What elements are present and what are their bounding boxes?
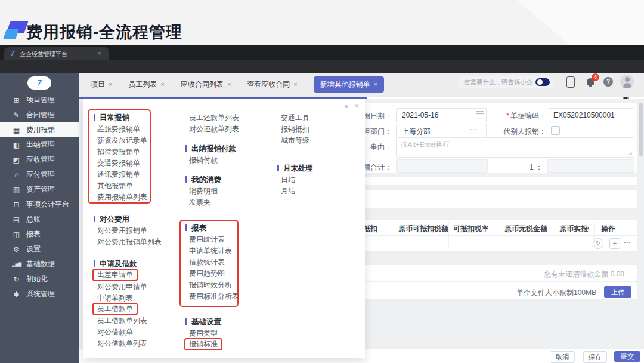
sidebar-item-payable[interactable]: ⌂应付管理 [0, 167, 79, 182]
submit-button[interactable]: 提交 [614, 351, 640, 362]
proxy-checkbox[interactable] [551, 126, 560, 135]
sidebar-item-cashier[interactable]: ◧出纳管理 [0, 137, 79, 152]
menu-close-icon[interactable]: × [354, 101, 359, 110]
device-icon[interactable] [566, 76, 575, 88]
menu-item[interactable]: 费用统计表 [185, 234, 273, 245]
menu-item[interactable]: 招待费报销单 [94, 146, 181, 158]
menu-item[interactable]: 报销抵扣 [277, 124, 358, 135]
user-avatar[interactable] [620, 75, 634, 88]
menu-section-my-consumption: 我的消费 消费明细 发票夹 [185, 174, 273, 208]
sidebar-item-projects[interactable]: ⊞项目管理 [0, 93, 79, 107]
menu-section-cashier-payment: 出纳报销付款 报销付款 [185, 143, 273, 166]
accounting-icon: ⊡ [12, 201, 21, 209]
menu-item[interactable]: 消费明细 [185, 186, 273, 197]
sidebar-item-system[interactable]: ✱系统管理 [0, 287, 79, 302]
menu-column-1: 日常报销 差旅费报销单 薪资发放记录单 招待费报销单 交通费报销单 通讯费报销单… [94, 112, 181, 349]
loan-notice-text: 您有未还清借款金额 0.00 [535, 269, 624, 279]
col-deductible-tax: 原币可抵扣税额 [398, 224, 448, 234]
menu-item[interactable]: 差旅费报销单 [94, 124, 181, 135]
sidebar-item-settings[interactable]: ⚙设置 [0, 242, 79, 257]
assistant-toggle[interactable] [535, 78, 550, 86]
menu-item[interactable]: 费用标准分析表 [185, 291, 273, 302]
menu-item[interactable]: 借款统计表 [185, 257, 273, 268]
menu-item[interactable]: 其他报销单 [94, 180, 181, 192]
contracts-icon: ✎ [12, 111, 21, 119]
sidebar-item-contracts[interactable]: ✎合同管理 [0, 107, 79, 122]
menu-item[interactable]: 员工借款单 [94, 304, 181, 315]
menu-item[interactable]: 薪资发放记录单 [94, 135, 181, 146]
menu-item[interactable]: 月结 [277, 186, 358, 197]
sidebar-item-basic-data[interactable]: ▂▅▇基础数据 [0, 257, 79, 272]
row-add-icon[interactable]: + [609, 238, 620, 249]
menu-item[interactable]: 报销时效分析 [185, 279, 273, 291]
app-tab-employee-list[interactable]: 员工列表× [128, 79, 164, 90]
menu-item[interactable]: 对公借款单列表 [94, 338, 181, 349]
col-actual-amount: 原币实报销 [559, 224, 589, 234]
menu-item[interactable]: 对公费用报销单列表 [94, 236, 181, 248]
assets-icon: ▥ [12, 186, 21, 194]
annotated-item[interactable]: 出差申请单 [92, 269, 138, 281]
menu-item[interactable]: 对公费用报销单 [94, 225, 181, 236]
row-refresh-icon[interactable]: ↻ [593, 238, 603, 249]
app-tab-projects[interactable]: 项目× [91, 79, 112, 90]
app-tab-new-reimburse[interactable]: 新增其他报销单× [314, 76, 384, 93]
col-actions: 操作 [601, 224, 615, 234]
sidebar-item-assets[interactable]: ▥资产管理 [0, 182, 79, 197]
dept-more-icon[interactable]: ··· [470, 125, 476, 133]
menu-item[interactable]: 城市等级 [277, 135, 358, 146]
menu-item[interactable]: 费用报销单列表 [94, 192, 181, 203]
save-button[interactable]: 保存 [583, 351, 607, 363]
sidebar-item-init[interactable]: ↻初始化 [0, 272, 79, 287]
menu-item[interactable]: 报销标准 [185, 339, 273, 350]
browser-tab-close-icon[interactable]: × [98, 50, 101, 57]
sidebar-item-accounting[interactable]: ⊡事项会计平台 [0, 197, 79, 212]
close-icon[interactable]: × [160, 81, 164, 88]
sidebar-item-label: 资产管理 [26, 184, 55, 195]
menu-item[interactable]: 对公还款单列表 [185, 124, 273, 135]
close-icon[interactable]: × [374, 81, 377, 88]
help-icon[interactable]: ? [603, 77, 613, 87]
menu-item[interactable]: 申请单统计表 [185, 245, 273, 257]
sidebar-item-label: 系统管理 [26, 289, 55, 299]
sidebar-item-receivable[interactable]: ◩应收管理 [0, 152, 79, 167]
upload-button[interactable]: 上传 [604, 286, 631, 298]
menu-item[interactable]: 通讯费报销单 [94, 169, 181, 180]
slide-title: 费用报销-全流程管理 [26, 21, 182, 43]
browser-toolbar: ← → ↻ app.77hub.com/cn-north-4/app?code=… [0, 60, 644, 73]
close-icon[interactable]: × [227, 81, 231, 88]
menu-item[interactable]: 员工还款单列表 [185, 112, 273, 124]
receivable-icon: ◩ [12, 156, 21, 164]
date-value: 2021-05-16 [402, 111, 438, 119]
menu-item[interactable]: 对公费用申请单 [94, 281, 181, 293]
menu-item[interactable]: 员工借款单列表 [94, 315, 181, 327]
cancel-button[interactable]: 取消 [550, 351, 575, 363]
menu-pin-icon[interactable]: ≡ [345, 103, 348, 110]
calendar-icon[interactable] [476, 111, 484, 119]
scrollbar-thumb[interactable] [639, 103, 643, 156]
close-icon[interactable]: × [293, 81, 297, 88]
annotated-item[interactable]: 报销标准 [184, 338, 222, 350]
app-tab-receivable-contracts[interactable]: 应收合同列表× [181, 79, 231, 90]
menu-column-2: 员工还款单列表 对公还款单列表 出纳报销付款 报销付款 我的消费 消费明细 发票… [185, 112, 273, 350]
annotated-item[interactable]: 员工借款单 [92, 303, 138, 315]
menu-item[interactable]: 出差申请单 [94, 270, 181, 281]
sidebar-item-label: 费用报销 [26, 125, 55, 135]
menu-item[interactable]: 报销付款 [185, 155, 273, 166]
sidebar-item-expense[interactable]: ▦费用报销 [0, 122, 79, 137]
sidebar-item-ledger[interactable]: ▤总账 [0, 212, 79, 227]
menu-item[interactable]: 交通工具 [277, 112, 358, 124]
app-tab-view-contract[interactable]: 查看应收合同× [247, 79, 297, 90]
close-icon[interactable]: × [109, 81, 112, 88]
ratio-label: 1 ： [513, 162, 543, 173]
app-logo[interactable]: 7 [27, 76, 51, 90]
sidebar-item-reports[interactable]: ◫报表 [0, 227, 79, 242]
workspace-tabs: 项目× 员工列表× 应收合同列表× 查看应收合同× 新增其他报销单× [91, 76, 384, 92]
menu-item[interactable]: 对公借款单 [94, 327, 181, 338]
menu-item[interactable]: 交通费报销单 [94, 158, 181, 169]
resize-handle-icon[interactable]: ◢ [628, 151, 631, 156]
row-more-icon[interactable]: ··· [624, 238, 631, 247]
menu-item[interactable]: 费用趋势图 [185, 268, 273, 279]
menu-item[interactable]: 日结 [277, 174, 358, 186]
menu-item[interactable]: 发票夹 [185, 197, 273, 208]
browser-tab[interactable]: 7 企企经营管理平台 × [4, 47, 109, 60]
